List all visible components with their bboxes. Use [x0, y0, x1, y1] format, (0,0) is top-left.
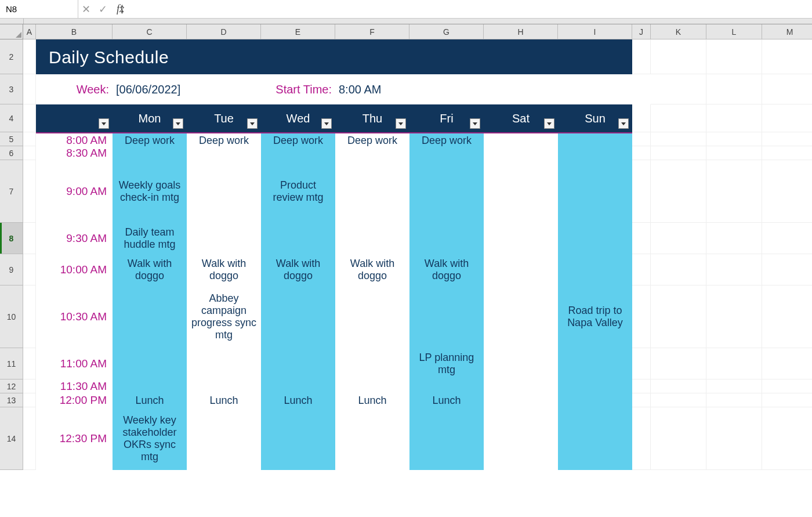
col-header[interactable]: K — [651, 24, 706, 39]
event-cell[interactable] — [484, 379, 558, 393]
event-cell[interactable] — [409, 379, 484, 393]
event-cell[interactable] — [187, 407, 261, 470]
event-cell[interactable] — [113, 146, 187, 160]
empty-cell[interactable] — [706, 407, 762, 470]
empty-cell[interactable] — [706, 348, 762, 379]
event-cell[interactable]: LP planning mtg — [409, 348, 484, 379]
row-header[interactable]: 7 — [0, 160, 23, 223]
event-cell[interactable]: Walk with doggo — [335, 254, 409, 285]
event-cell[interactable]: Road trip to Napa Valley — [558, 285, 632, 348]
empty-cell[interactable] — [651, 223, 706, 254]
event-cell[interactable] — [261, 146, 335, 160]
time-cell[interactable]: 9:00 AM — [36, 160, 113, 223]
row-header[interactable]: 3 — [0, 74, 23, 104]
accept-formula-icon[interactable]: ✓ — [99, 3, 107, 16]
event-cell[interactable] — [261, 285, 335, 348]
event-cell[interactable]: Lunch — [261, 393, 335, 407]
event-cell[interactable] — [484, 223, 558, 254]
event-cell[interactable]: Lunch — [113, 393, 187, 407]
event-cell[interactable]: Lunch — [335, 393, 409, 407]
empty-cell[interactable] — [762, 285, 812, 348]
empty-cell[interactable] — [651, 407, 706, 470]
event-cell[interactable]: Walk with doggo — [409, 254, 484, 285]
event-cell[interactable]: Walk with doggo — [261, 254, 335, 285]
empty-cell[interactable] — [632, 285, 651, 348]
event-cell[interactable] — [409, 146, 484, 160]
empty-cell[interactable] — [632, 407, 651, 470]
event-cell[interactable] — [187, 348, 261, 379]
empty-cell[interactable] — [632, 348, 651, 379]
empty-cell[interactable] — [762, 132, 812, 146]
event-cell[interactable]: Deep work — [261, 133, 335, 147]
row-header[interactable]: 6 — [0, 146, 23, 160]
event-cell[interactable] — [484, 348, 558, 379]
empty-cell[interactable] — [706, 74, 762, 104]
empty-cell[interactable] — [632, 132, 651, 146]
row-header[interactable]: 13 — [0, 393, 23, 407]
event-cell[interactable] — [558, 254, 632, 285]
event-cell[interactable]: Deep work — [409, 133, 484, 147]
time-cell[interactable]: 8:00 AM — [36, 133, 113, 147]
empty-cell[interactable] — [706, 254, 762, 285]
event-cell[interactable] — [409, 223, 484, 254]
event-cell[interactable] — [335, 223, 409, 254]
filter-button[interactable] — [470, 118, 480, 129]
empty-cell[interactable] — [632, 393, 651, 407]
event-cell[interactable] — [484, 393, 558, 407]
event-cell[interactable] — [484, 146, 558, 160]
time-cell[interactable]: 10:00 AM — [36, 254, 113, 285]
empty-cell[interactable] — [23, 160, 36, 223]
empty-cell[interactable] — [23, 39, 36, 74]
filter-button[interactable] — [544, 118, 554, 129]
event-cell[interactable] — [187, 223, 261, 254]
event-cell[interactable] — [484, 285, 558, 348]
empty-cell[interactable] — [762, 223, 812, 254]
event-cell[interactable] — [335, 146, 409, 160]
row-header[interactable]: 8 — [0, 223, 23, 254]
event-cell[interactable] — [261, 223, 335, 254]
col-header[interactable]: M — [762, 24, 812, 39]
time-cell[interactable]: 11:30 AM — [36, 379, 113, 393]
event-cell[interactable] — [558, 160, 632, 223]
empty-cell[interactable] — [23, 393, 36, 407]
col-header[interactable]: A — [23, 24, 36, 39]
event-cell[interactable] — [484, 133, 558, 147]
col-header[interactable]: D — [187, 24, 261, 39]
empty-cell[interactable] — [632, 104, 651, 132]
event-cell[interactable] — [335, 348, 409, 379]
event-cell[interactable] — [335, 407, 409, 470]
empty-cell[interactable] — [706, 104, 762, 132]
empty-cell[interactable] — [632, 146, 651, 160]
empty-cell[interactable] — [762, 254, 812, 285]
filter-button[interactable] — [99, 118, 109, 129]
empty-cell[interactable] — [651, 39, 706, 74]
filter-button[interactable] — [396, 118, 406, 129]
event-cell[interactable] — [409, 407, 484, 470]
empty-cell[interactable] — [651, 379, 706, 393]
time-cell[interactable]: 11:00 AM — [36, 348, 113, 379]
empty-cell[interactable] — [651, 74, 706, 104]
day-header-sun[interactable]: Sun — [558, 104, 632, 132]
col-header[interactable]: C — [113, 24, 187, 39]
empty-cell[interactable] — [651, 160, 706, 223]
event-cell[interactable] — [113, 285, 187, 348]
fx-label[interactable]: fx — [117, 3, 124, 15]
select-all-corner[interactable] — [0, 24, 23, 39]
empty-cell[interactable] — [762, 407, 812, 470]
event-cell[interactable]: Walk with doggo — [187, 254, 261, 285]
empty-cell[interactable] — [651, 146, 706, 160]
empty-cell[interactable] — [23, 223, 36, 254]
event-cell[interactable] — [261, 407, 335, 470]
empty-cell[interactable] — [706, 132, 762, 146]
event-cell[interactable] — [335, 379, 409, 393]
empty-cell[interactable] — [651, 132, 706, 146]
day-header-fri[interactable]: Fri — [409, 104, 484, 132]
col-header[interactable]: F — [335, 24, 409, 39]
formula-input[interactable] — [128, 0, 812, 18]
event-cell[interactable] — [335, 285, 409, 348]
event-cell[interactable] — [409, 285, 484, 348]
event-cell[interactable]: Deep work — [113, 133, 187, 147]
empty-cell[interactable] — [706, 39, 762, 74]
event-cell[interactable]: Product review mtg — [261, 160, 335, 223]
event-cell[interactable] — [113, 348, 187, 379]
